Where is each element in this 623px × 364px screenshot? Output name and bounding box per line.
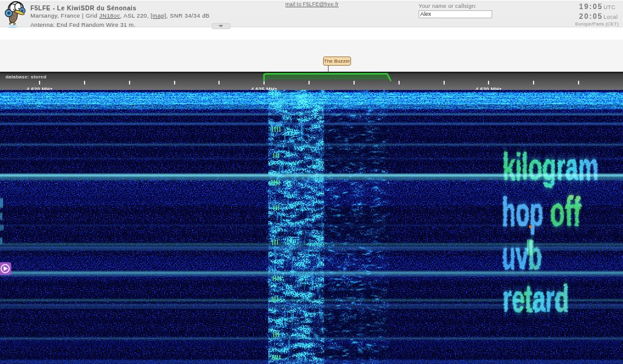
svg-text:hop: hop bbox=[502, 188, 543, 235]
svg-text:kilogram: kilogram bbox=[503, 145, 599, 188]
svg-text:retard: retard bbox=[503, 277, 569, 320]
svg-text:off: off bbox=[550, 188, 581, 235]
svg-text:uvb: uvb bbox=[502, 232, 542, 278]
